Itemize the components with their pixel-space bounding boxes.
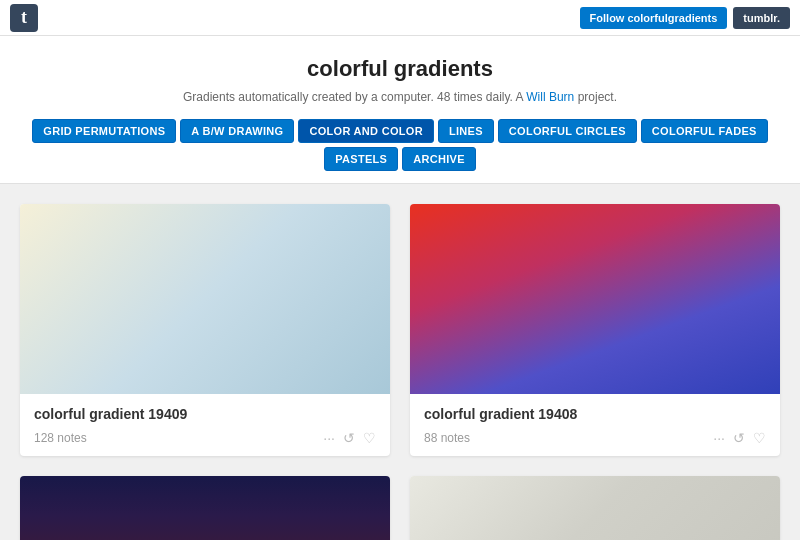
card-notes-19408: 88 notes [424, 431, 470, 445]
gradient-card-19407 [20, 476, 390, 540]
gradient-image-19407[interactable] [20, 476, 390, 540]
tumblr-button[interactable]: tumblr. [733, 7, 790, 29]
nav-tab-colorful-circles[interactable]: COLORFUL CIRCLES [498, 119, 637, 143]
gradient-card-19408: colorful gradient 1940888 notes···↺♡ [410, 204, 780, 456]
gradient-card-19406 [410, 476, 780, 540]
follow-button[interactable]: Follow colorfulgradients [580, 7, 728, 29]
page-title: colorful gradients [0, 56, 800, 82]
card-title-19408: colorful gradient 19408 [424, 406, 766, 422]
nav-tab-grid-permutations[interactable]: GRID PERMUTATIONS [32, 119, 176, 143]
reblog-icon-19409[interactable]: ↺ [343, 430, 355, 446]
card-actions-19409: ···↺♡ [323, 430, 376, 446]
card-notes-19409: 128 notes [34, 431, 87, 445]
gradient-image-19406[interactable] [410, 476, 780, 540]
main-content: colorful gradient 19409128 notes···↺♡col… [0, 184, 800, 540]
gradient-image-19408[interactable] [410, 204, 780, 394]
nav-tab-colorful-fades[interactable]: COLORFUL FADES [641, 119, 768, 143]
card-info-19408: colorful gradient 1940888 notes···↺♡ [410, 394, 780, 456]
more-icon-19408[interactable]: ··· [713, 430, 725, 446]
card-title-19409: colorful gradient 19409 [34, 406, 376, 422]
tumblr-home-logo[interactable]: t [10, 4, 38, 32]
like-icon-19408[interactable]: ♡ [753, 430, 766, 446]
card-actions-19408: ···↺♡ [713, 430, 766, 446]
card-meta-19408: 88 notes···↺♡ [424, 430, 766, 446]
gradient-grid: colorful gradient 19409128 notes···↺♡col… [20, 204, 780, 540]
nav-tab-archive[interactable]: ARCHIVE [402, 147, 476, 171]
top-bar: t Follow colorfulgradients tumblr. [0, 0, 800, 36]
card-info-19409: colorful gradient 19409128 notes···↺♡ [20, 394, 390, 456]
nav-tab-abw-drawing[interactable]: A B/W DRAWING [180, 119, 294, 143]
like-icon-19409[interactable]: ♡ [363, 430, 376, 446]
gradient-card-19409: colorful gradient 19409128 notes···↺♡ [20, 204, 390, 456]
top-bar-actions: Follow colorfulgradients tumblr. [580, 7, 790, 29]
page-header: colorful gradients Gradients automatical… [0, 36, 800, 184]
page-subtitle: Gradients automatically created by a com… [0, 90, 800, 104]
gradient-image-19409[interactable] [20, 204, 390, 394]
reblog-icon-19408[interactable]: ↺ [733, 430, 745, 446]
nav-tab-lines[interactable]: LINES [438, 119, 494, 143]
nav-tab-color-and-color[interactable]: COLOR AND COLOR [298, 119, 433, 143]
nav-tabs: GRID PERMUTATIONSA B/W DRAWINGCOLOR AND … [0, 119, 800, 183]
more-icon-19409[interactable]: ··· [323, 430, 335, 446]
card-meta-19409: 128 notes···↺♡ [34, 430, 376, 446]
will-burn-link[interactable]: Will Burn [526, 90, 574, 104]
nav-tab-pastels[interactable]: PASTELS [324, 147, 398, 171]
